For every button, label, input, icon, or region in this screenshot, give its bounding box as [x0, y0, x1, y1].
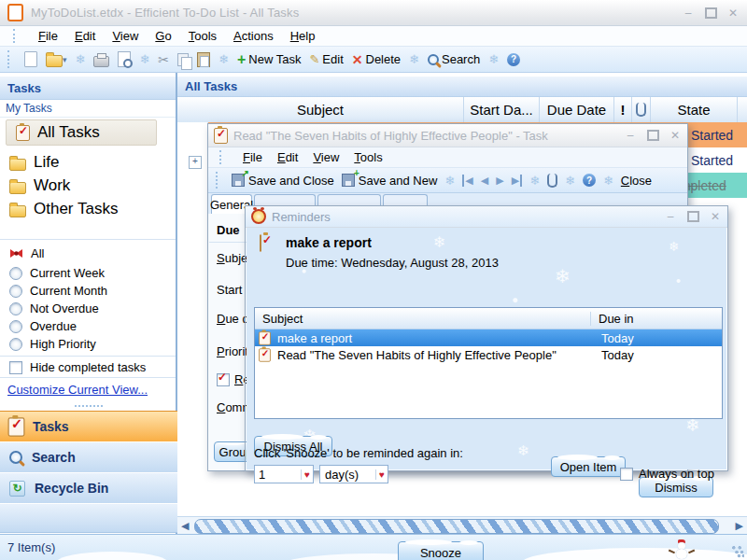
toolbar-grip [13, 29, 18, 43]
help-icon[interactable]: ? [583, 174, 596, 187]
menu-tools[interactable]: Tools [354, 150, 382, 164]
last-item-icon[interactable]: ▶ [512, 175, 522, 187]
next-item-icon[interactable]: ▶ [496, 175, 503, 187]
attachment-icon[interactable] [547, 174, 557, 188]
filter-current-month[interactable]: Current Month [0, 282, 185, 300]
filter-overdue[interactable]: Overdue [0, 317, 185, 335]
snowflake-icon: ❄ [669, 239, 680, 254]
expand-row-icon[interactable]: + [189, 156, 202, 169]
nav-tasks[interactable]: Tasks [0, 411, 185, 442]
snowflake-icon: ❄ [555, 265, 571, 287]
minimize-icon[interactable]: – [664, 211, 677, 222]
task-icon [260, 234, 261, 252]
reminder-row[interactable]: Read "The Seven Habits of Highly Effecti… [255, 346, 722, 363]
nav-overflow[interactable]: ▾ [0, 503, 196, 533]
close-icon[interactable]: ✕ [669, 130, 682, 141]
menu-edit[interactable]: Edit [75, 29, 95, 43]
print-icon[interactable] [93, 56, 109, 67]
print-preview-icon[interactable] [118, 51, 131, 67]
paste-icon[interactable] [197, 52, 210, 67]
column-attachment[interactable] [632, 97, 651, 122]
reminders-table: Subject Due in make a report Today Read … [254, 307, 723, 419]
splitter-grip[interactable] [75, 405, 103, 407]
snowflake-icon: ❄ [218, 52, 229, 66]
hide-completed-checkbox[interactable]: Hide completed tasks [0, 358, 185, 376]
minimize-icon[interactable]: – [624, 130, 637, 141]
sidebar: Tasks My Tasks All Tasks Life Work Other… [0, 73, 177, 534]
open-item-button[interactable]: Open Item [551, 456, 626, 477]
close-task-button[interactable]: Close [621, 174, 652, 188]
dropdown-heart-icon[interactable]: ♥ [301, 469, 313, 480]
maximize-icon[interactable] [704, 7, 717, 19]
save-and-new-button[interactable]: +Save and New [342, 174, 438, 188]
snooze-duration-input[interactable] [255, 467, 296, 483]
menu-view[interactable]: View [313, 150, 339, 164]
nav-recycle-bin[interactable]: ↻Recycle Bin [0, 472, 185, 504]
divider [0, 239, 176, 240]
open-file-icon[interactable]: ▾ [46, 51, 67, 67]
cut-icon[interactable]: ✂ [158, 52, 169, 67]
recycle-bin-icon: ↻ [9, 481, 25, 497]
nav-search[interactable]: Search [0, 441, 185, 473]
sidebar-folder-life[interactable]: Life [0, 151, 59, 174]
close-icon[interactable]: ✕ [709, 211, 722, 222]
snooze-duration-field[interactable]: ♥ [254, 465, 314, 483]
scroll-left-icon[interactable]: ◀ [181, 520, 189, 532]
column-subject[interactable]: Subject [177, 97, 464, 122]
snooze-label: Click 'Snooze' to be reminded again in: [254, 446, 463, 460]
delete-task-button[interactable]: ✕Delete [352, 52, 401, 67]
menu-help[interactable]: Help [290, 29, 316, 43]
scrollbar-thumb[interactable] [194, 519, 719, 534]
help-icon[interactable]: ? [507, 53, 520, 66]
menu-file[interactable]: File [243, 150, 262, 164]
maximize-icon[interactable] [646, 130, 659, 141]
checkbox-icon [9, 361, 22, 374]
new-file-icon[interactable] [24, 51, 37, 67]
sidebar-folder-work[interactable]: Work [0, 175, 70, 197]
sidebar-item-all-tasks[interactable]: All Tasks [6, 119, 157, 146]
snowflake-icon: ❄ [565, 174, 575, 188]
filter-high-priority[interactable]: High Priority [0, 335, 185, 353]
new-task-button[interactable]: +New Task [237, 51, 301, 68]
column-priority[interactable]: ! [614, 97, 632, 122]
column-due-date[interactable]: Due Date [540, 97, 614, 122]
menu-file[interactable]: File [38, 29, 58, 43]
column-subject[interactable]: Subject [255, 312, 591, 326]
resize-grip[interactable] [729, 543, 744, 558]
plus-icon: + [237, 51, 246, 68]
search-button[interactable]: Search [428, 52, 480, 66]
column-start-date[interactable]: Start Da... [464, 97, 540, 122]
always-on-top-checkbox[interactable]: Always on top [620, 467, 714, 481]
close-icon[interactable]: ✕ [726, 7, 740, 19]
edit-task-button[interactable]: ✎Edit [309, 52, 343, 66]
previous-item-icon[interactable]: ◀ [481, 175, 488, 187]
menu-edit[interactable]: Edit [277, 150, 298, 164]
scroll-right-icon[interactable]: ▶ [736, 520, 743, 532]
snooze-unit-select[interactable]: day(s) ♥ [319, 465, 388, 483]
filter-all[interactable]: All [0, 245, 185, 262]
sidebar-folder-other-tasks[interactable]: Other Tasks [0, 198, 118, 220]
maximize-icon[interactable] [686, 211, 699, 222]
menu-tools[interactable]: Tools [189, 29, 217, 43]
minimize-icon[interactable]: – [682, 7, 695, 19]
snow-hill [523, 548, 747, 560]
task-icon [214, 128, 228, 144]
menu-view[interactable]: View [112, 29, 138, 43]
copy-icon[interactable] [177, 53, 189, 66]
customize-view-link[interactable]: Customize Current View... [7, 383, 148, 397]
horizontal-scrollbar[interactable]: ◀ ▶ [177, 516, 747, 535]
column-state[interactable]: State [651, 97, 738, 122]
radio-icon [9, 338, 22, 351]
folder-icon [9, 182, 26, 194]
filter-not-overdue[interactable]: Not Overdue [0, 300, 185, 317]
reminder-row[interactable]: make a report Today [255, 329, 722, 346]
menu-go[interactable]: Go [155, 29, 171, 43]
save-and-close-button[interactable]: ↗Save and Close [232, 174, 334, 188]
filter-current-week[interactable]: Current Week [0, 264, 185, 282]
task-icon [259, 348, 271, 361]
column-due-in[interactable]: Due in [591, 312, 634, 326]
first-item-icon[interactable]: ◀ [462, 175, 472, 187]
dropdown-heart-icon[interactable]: ♥ [375, 469, 388, 480]
menu-actions[interactable]: Actions [233, 29, 274, 43]
snooze-button[interactable]: Snooze [398, 541, 484, 560]
